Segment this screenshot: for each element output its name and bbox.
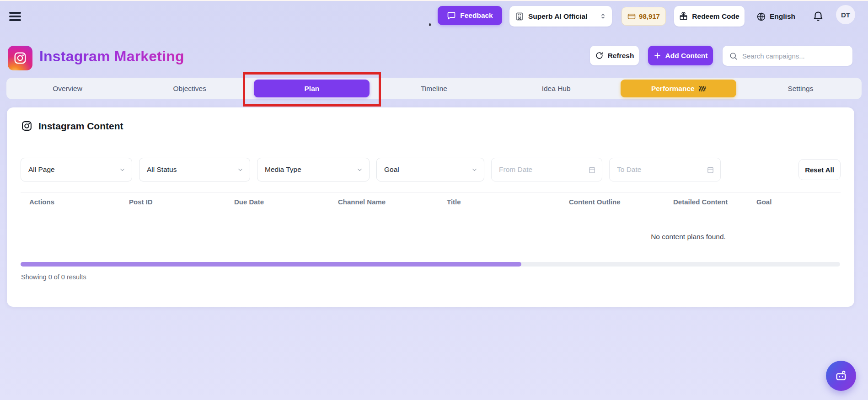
globe-icon (756, 12, 766, 21)
refresh-icon (595, 51, 604, 60)
tab-timeline[interactable]: Timeline (373, 78, 495, 99)
column-header-content-outline: Content Outline (560, 198, 664, 206)
tab-idea-hub[interactable]: Idea Hub (495, 78, 617, 99)
column-header-actions: Actions (21, 198, 120, 206)
horizontal-scrollbar-thumb[interactable] (21, 262, 521, 267)
to-date-field[interactable] (609, 158, 721, 181)
tab-objectives[interactable]: Objectives (129, 78, 251, 99)
notification-bell-icon[interactable] (812, 9, 826, 24)
reset-all-button[interactable]: Reset All (798, 159, 841, 180)
section-title: Instagram Content (38, 121, 123, 132)
redeem-code-button[interactable]: Redeem Code (674, 6, 745, 27)
refresh-button[interactable]: Refresh (590, 46, 639, 65)
from-date-input[interactable] (499, 165, 588, 174)
campaign-tabbar: Overview Objectives Plan Timeline Idea H… (6, 78, 862, 99)
column-header-post-id: Post ID (120, 198, 225, 206)
horizontal-scrollbar-track[interactable] (21, 262, 840, 267)
user-avatar[interactable]: DT (836, 5, 855, 24)
to-date-input[interactable] (617, 165, 707, 174)
feedback-button[interactable]: Feedback (438, 6, 502, 25)
chevron-down-icon (356, 166, 363, 173)
tab-settings[interactable]: Settings (739, 78, 862, 99)
avatar-initials: DT (841, 11, 850, 19)
workspace-selector[interactable]: Superb AI Official (509, 6, 612, 27)
top-edge-line (0, 0, 868, 1)
language-label: English (770, 12, 795, 21)
search-icon (729, 52, 738, 60)
instagram-logo-badge (8, 46, 32, 70)
results-summary: Showing 0 of 0 results (21, 273, 86, 281)
column-header-due-date: Due Date (225, 198, 329, 206)
robot-icon (834, 368, 848, 383)
credits-value: 98,917 (639, 12, 660, 20)
tab-overview[interactable]: Overview (6, 78, 129, 99)
language-selector[interactable]: English (756, 9, 795, 24)
column-header-goal: Goal (748, 198, 841, 206)
credits-balance[interactable]: 98,917 (622, 7, 666, 26)
tab-plan-active-pill[interactable]: Plan (254, 80, 370, 97)
refresh-label: Refresh (608, 52, 634, 60)
content-card: Instagram Content All Page All Status Me… (7, 107, 854, 307)
building-icon (515, 12, 524, 21)
goal-filter-dropdown[interactable]: Goal (376, 158, 484, 181)
stray-dot (429, 23, 431, 26)
tab-plan[interactable]: Plan (251, 78, 373, 99)
feedback-label: Feedback (460, 11, 493, 20)
filters-row: All Page All Status Media Type Goal Rese… (21, 158, 841, 181)
campaign-search[interactable] (723, 46, 852, 66)
chevron-expand-icon (600, 13, 606, 20)
speech-bubble-icon (447, 11, 456, 20)
workspace-name: Superb AI Official (528, 12, 587, 21)
tab-performance[interactable]: Performance (617, 78, 739, 99)
hatch-stripes-icon (699, 86, 706, 91)
section-header: Instagram Content (21, 120, 123, 132)
status-filter-dropdown[interactable]: All Status (139, 158, 250, 181)
from-date-field[interactable] (491, 158, 602, 181)
empty-state-message: No content plans found. (21, 211, 841, 262)
page-title: Instagram Marketing (39, 48, 184, 65)
tab-performance-pill[interactable]: Performance (621, 80, 736, 97)
gift-icon (679, 12, 688, 21)
instagram-outline-icon (21, 120, 32, 132)
redeem-code-label: Redeem Code (692, 12, 739, 21)
credit-card-icon (627, 12, 636, 21)
column-header-title: Title (438, 198, 560, 206)
hamburger-menu-icon[interactable] (9, 10, 23, 23)
add-content-button[interactable]: Add Content (648, 46, 713, 65)
chevron-down-icon (471, 166, 478, 173)
table-header-row: Actions Post ID Due Date Channel Name Ti… (21, 192, 841, 211)
search-input[interactable] (742, 52, 846, 60)
plus-icon (654, 52, 661, 59)
column-header-channel-name: Channel Name (329, 198, 438, 206)
add-content-label: Add Content (665, 52, 708, 60)
chevron-down-icon (237, 166, 244, 173)
calendar-icon (707, 166, 714, 174)
table-body: No content plans found. (21, 211, 841, 262)
column-header-detailed-content: Detailed Content (664, 198, 748, 206)
chevron-down-icon (119, 166, 126, 173)
assistant-fab-button[interactable] (826, 361, 856, 391)
media-type-filter-dropdown[interactable]: Media Type (257, 158, 370, 181)
page-filter-dropdown[interactable]: All Page (21, 158, 132, 181)
calendar-icon (588, 166, 596, 174)
